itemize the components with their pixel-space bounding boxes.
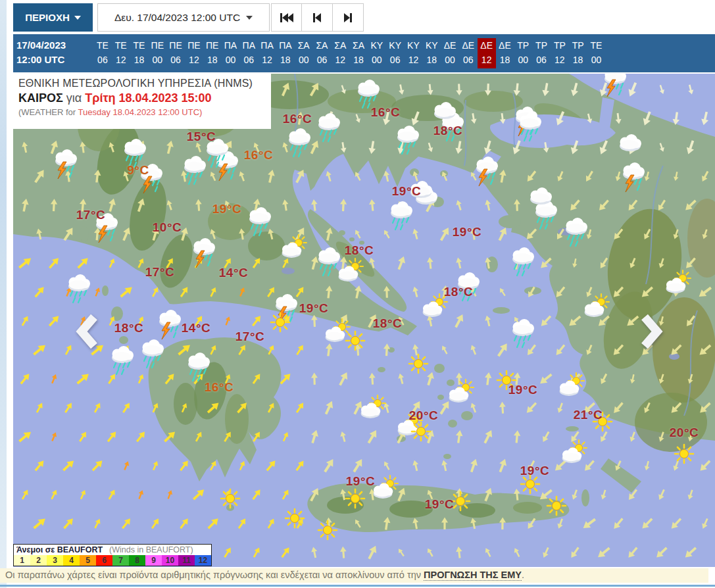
temperature-label: 17°C <box>145 265 174 280</box>
timeline-step-day: ΠΑ <box>222 38 240 53</box>
timeline-step-day: ΠΕ <box>166 38 185 53</box>
timeline-step-ΚΥ18[interactable]: ΚΥ18 <box>422 38 441 68</box>
sun-weather-icon <box>346 331 364 350</box>
timeline-step-ΔΕ18[interactable]: ΔΕ18 <box>496 38 514 68</box>
temperature-label: 9°C <box>127 163 149 178</box>
timeline-step-ΠΕ06[interactable]: ΠΕ06 <box>166 38 185 68</box>
temperature-label: 14°C <box>182 321 210 335</box>
timeline-step-ΤΕ00[interactable]: ΤΕ00 <box>587 38 606 68</box>
timeline-step-day: ΠΑ <box>258 38 276 53</box>
timeline-step-ΠΑ12[interactable]: ΠΑ12 <box>258 38 276 68</box>
timeline-step-ΤΕ06[interactable]: ΤΕ06 <box>93 38 112 68</box>
timeline-step-ΔΕ06[interactable]: ΔΕ06 <box>459 38 478 68</box>
timeline-step-hour: 00 <box>441 53 459 67</box>
timeline-step-hour: 18 <box>203 53 222 67</box>
temperature-label: 18°C <box>373 316 402 331</box>
timeline-step-hour: 00 <box>368 53 386 67</box>
beaufort-scale-cell-3: 3 <box>47 555 63 566</box>
timeline-step-ΣΑ12[interactable]: ΣΑ12 <box>331 38 349 68</box>
region-dropdown-button[interactable]: ΠΕΡΙΟΧΗ <box>13 3 93 32</box>
next-map-arrow[interactable] <box>638 312 664 353</box>
timeline-step-ΚΥ00[interactable]: ΚΥ00 <box>368 38 386 68</box>
temperature-label: 18°C <box>114 321 143 335</box>
previous-map-arrow[interactable] <box>74 312 101 353</box>
timeline-step-hour: 06 <box>532 53 551 67</box>
timeline-step-ΣΑ18[interactable]: ΣΑ18 <box>349 38 368 68</box>
timeline-step-hour: 18 <box>130 53 149 67</box>
timeline-step-ΤΕ18[interactable]: ΤΕ18 <box>130 38 149 68</box>
page-bottom-border <box>0 585 715 587</box>
timeline-step-hour: 06 <box>166 53 185 67</box>
timeline-step-day: ΔΕ <box>459 38 478 53</box>
temperature-label: 17°C <box>235 330 264 344</box>
disclaimer-footer: Οι παραπάνω χάρτες είναι προϊόντα αριθμη… <box>0 568 708 583</box>
temperature-label: 14°C <box>219 266 248 280</box>
timeline-step-day: ΠΕ <box>185 38 203 53</box>
timeline-step-ΠΑ18[interactable]: ΠΑ18 <box>276 38 295 68</box>
timeline-step-day: ΣΑ <box>349 38 368 53</box>
timeline-current-time: 12:00 UTC <box>16 53 93 67</box>
weather-map: ΕΘΝΙΚΗ ΜΕΤΕΩΡΟΛΟΓΙΚΗ ΥΠΗΡΕΣΙΑ (HNMS) ΚΑΙ… <box>13 74 715 567</box>
sun-weather-icon <box>547 497 566 515</box>
temperature-label: 17°C <box>76 208 105 222</box>
sun-weather-icon <box>285 509 304 527</box>
temperature-label: 18°C <box>433 124 462 138</box>
sun-weather-icon <box>271 313 289 331</box>
timeline-current-datetime: 17/04/2023 12:00 UTC <box>13 34 93 72</box>
timeline-step-day: ΤΡ <box>569 38 587 53</box>
timeline-step-ΚΥ06[interactable]: ΚΥ06 <box>386 38 405 68</box>
timeline-step-ΔΕ00[interactable]: ΔΕ00 <box>441 38 459 68</box>
sun-weather-icon <box>409 355 428 373</box>
temperature-label: 20°C <box>670 426 699 440</box>
timeline-step-hour: 06 <box>386 53 405 67</box>
timeline-step-ΠΕ18[interactable]: ΠΕ18 <box>203 38 222 68</box>
beaufort-scale-cell-5: 5 <box>80 555 96 566</box>
timeline-step-ΠΕ00[interactable]: ΠΕ00 <box>148 38 166 68</box>
timeline-step-ΣΑ06[interactable]: ΣΑ06 <box>313 38 332 68</box>
temperature-label: 19°C <box>453 225 481 239</box>
timeline-step-ΚΥ12[interactable]: ΚΥ12 <box>405 38 423 68</box>
datetime-select[interactable]: Δευ. 17/04/2023 12:00 UTC <box>97 3 270 32</box>
beaufort-scale-cell-1: 1 <box>14 555 30 566</box>
timeline-step-hour: 00 <box>514 53 532 67</box>
sun-weather-icon <box>412 422 430 441</box>
weather-app-page: ΠΕΡΙΟΧΗ Δευ. 17/04/2023 12:00 UTC <box>0 0 715 588</box>
timeline-step-day: ΠΕ <box>203 38 222 53</box>
timeline-step-ΤΡ18[interactable]: ΤΡ18 <box>569 38 587 68</box>
beaufort-scale-cell-11: 11 <box>178 555 195 566</box>
timeline-step-ΔΕ12[interactable]: ΔΕ12 <box>478 38 496 68</box>
timeline-step-hour: 12 <box>185 53 203 67</box>
beaufort-scale-cell-12: 12 <box>195 555 211 566</box>
timeline-step-day: ΚΥ <box>422 38 441 53</box>
beaufort-scale-cell-4: 4 <box>63 555 80 566</box>
temperature-label: 16°C <box>283 112 312 126</box>
timeline-step-hour: 00 <box>148 53 166 67</box>
agency-title: ΕΘΝΙΚΗ ΜΕΤΕΩΡΟΛΟΓΙΚΗ ΥΠΗΡΕΣΙΑ (HNMS) <box>18 78 266 89</box>
timeline-step-day: ΔΕ <box>441 38 459 53</box>
timeline-step-ΤΡ06[interactable]: ΤΡ06 <box>532 38 551 68</box>
timeline-step-ΣΑ00[interactable]: ΣΑ00 <box>295 38 313 68</box>
previous-timestep-button[interactable] <box>302 3 333 32</box>
first-timestep-button[interactable] <box>271 3 302 32</box>
timeline-step-ΠΕ12[interactable]: ΠΕ12 <box>185 38 203 68</box>
next-timestep-button[interactable] <box>333 3 364 32</box>
temperature-label: 18°C <box>345 243 374 258</box>
timeline-current-date: 17/04/2023 <box>16 38 93 53</box>
timeline-steps: ΤΕ06ΤΕ12ΤΕ18ΠΕ00ΠΕ06ΠΕ12ΠΕ18ΠΑ00ΠΑ06ΠΑ12… <box>93 34 605 72</box>
map-graphic <box>13 74 715 567</box>
timeline-step-day: ΤΕ <box>130 38 149 53</box>
timeline-step-hour: 06 <box>313 53 332 67</box>
timeline-step-ΤΡ00[interactable]: ΤΡ00 <box>514 38 532 68</box>
timeline-step-day: ΚΥ <box>386 38 405 53</box>
timeline-step-ΤΡ12[interactable]: ΤΡ12 <box>551 38 569 68</box>
timeline-step-ΠΑ00[interactable]: ΠΑ00 <box>222 38 240 68</box>
timeline-step-hour: 12 <box>551 53 569 67</box>
timeline-step-ΤΕ12[interactable]: ΤΕ12 <box>112 38 130 68</box>
forecast-link[interactable]: ΠΡΟΓΝΩΣΗ ΤΗΣ ΕΜΥ <box>424 570 522 581</box>
beaufort-scale-cell-8: 8 <box>129 555 145 566</box>
timeline-step-ΠΑ06[interactable]: ΠΑ06 <box>239 38 258 68</box>
timeline-step-hour: 00 <box>295 53 313 67</box>
region-dropdown-label: ΠΕΡΙΟΧΗ <box>25 12 70 23</box>
temperature-label: 20°C <box>409 408 438 423</box>
temperature-label: 19°C <box>520 464 549 478</box>
